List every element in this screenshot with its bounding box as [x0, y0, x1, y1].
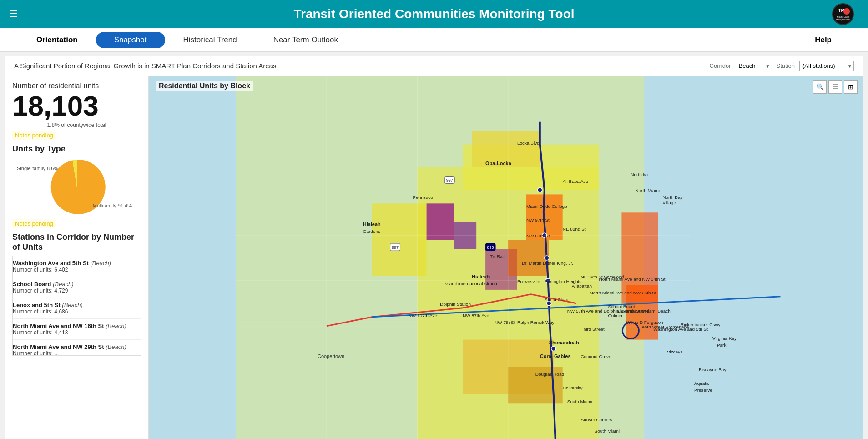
station-list-item: North Miami Ave and NW 16th St (Beach)Nu…	[13, 319, 141, 340]
svg-text:Douglas Road: Douglas Road	[535, 372, 564, 377]
svg-text:Transportation: Transportation	[836, 18, 850, 21]
map-list-button[interactable]: ☰	[828, 80, 842, 94]
multifamily-pie-label: Multifamily 91.4%	[93, 203, 132, 208]
corridor-label: Corridor	[710, 62, 731, 69]
nav-item-snapshot[interactable]: Snapshot	[96, 32, 165, 48]
svg-text:997: 997	[392, 245, 399, 250]
stations-heading: Stations in Corridor by Number of Units	[12, 232, 141, 252]
map-toolbar: 🔍 ☰ ⊞	[813, 80, 858, 94]
svg-text:Vizcaya: Vizcaya	[667, 349, 683, 354]
svg-text:University: University	[563, 385, 583, 390]
svg-text:Miami Dade College: Miami Dade College	[526, 204, 567, 209]
station-units: Number of units: 4,686	[13, 308, 141, 315]
svg-text:Ralph Renick Way: Ralph Renick Way	[517, 320, 555, 325]
station-name: North Miami Ave and NW 16th St (Beach)	[13, 323, 141, 329]
nav-item-near-term-outlook[interactable]: Near Term Outlook	[255, 32, 356, 48]
notes-pending-badge-2: Notes pending	[12, 219, 56, 228]
svg-text:Biscayne Bay: Biscayne Bay	[699, 367, 726, 372]
svg-text:North Miami: North Miami	[635, 188, 660, 193]
svg-text:Opa-Locka: Opa-Locka	[485, 161, 512, 166]
svg-text:Eleventh Street: Eleventh Street	[617, 308, 648, 313]
svg-text:Miami International Airport: Miami International Airport	[444, 281, 497, 286]
station-list-item: School Board (Beach)Number of units: 4,7…	[13, 277, 141, 298]
station-select[interactable]: (All stations)	[799, 61, 854, 71]
logo: TPO Miami-Dade Transportation	[827, 3, 859, 25]
station-list-item: Lenox and 5th St (Beach)Number of units:…	[13, 298, 141, 319]
svg-text:Third Street: Third Street	[581, 327, 605, 332]
svg-text:Culmer: Culmer	[608, 313, 623, 318]
station-list-item: North Miami Ave and NW 29th St (Beach)Nu…	[13, 340, 141, 356]
map-grid-button[interactable]: ⊞	[844, 80, 858, 94]
svg-text:Washington Ave and 5th St: Washington Ave and 5th St	[653, 327, 708, 332]
svg-point-20	[538, 187, 542, 192]
svg-text:Dolphin Station: Dolphin Station	[440, 302, 471, 307]
station-name: North Miami Ave and NW 29th St (Beach)	[13, 343, 141, 350]
map-title: Residential Units by Block	[156, 81, 253, 91]
station-name: Lenox and 5th St (Beach)	[13, 302, 141, 308]
nav-item-orientation[interactable]: Orientation	[18, 32, 96, 48]
svg-text:Virginia Key: Virginia Key	[712, 336, 737, 341]
nav-item-historical-trend[interactable]: Historical Trend	[165, 32, 255, 48]
station-list-container[interactable]: Washington Ave and 5th St (Beach)Number …	[12, 256, 141, 356]
station-label: Station	[777, 62, 795, 69]
svg-text:NW 87th Ave: NW 87th Ave	[463, 313, 489, 318]
subtitle-bar: A Significant Portion of Regional Growth…	[5, 56, 863, 76]
station-corridor: (Beach)	[62, 302, 83, 308]
search-icon: 🔍	[816, 83, 824, 91]
svg-text:NW 7th St: NW 7th St	[495, 320, 515, 325]
station-units: Number of units: 6,402	[13, 267, 141, 273]
svg-text:826: 826	[487, 245, 494, 250]
svg-text:Rickenbacker Cswy: Rickenbacker Cswy	[681, 322, 721, 327]
svg-text:Coconut Grove: Coconut Grove	[581, 354, 612, 359]
station-corridor: (Beach)	[90, 260, 111, 267]
svg-text:Hialeah: Hialeah	[472, 274, 490, 279]
svg-text:Gardens: Gardens	[363, 229, 380, 234]
station-units: Number of units: 4,729	[13, 288, 141, 294]
corridor-station-selectors: Corridor Beach ▼ Station (All stations) …	[710, 61, 854, 71]
station-list: Washington Ave and 5th St (Beach)Number …	[13, 256, 141, 356]
app-title: Transit Oriented Communities Monitoring …	[293, 7, 574, 21]
svg-text:Preserve: Preserve	[694, 388, 712, 393]
svg-text:Pennsuco: Pennsuco	[413, 195, 433, 200]
svg-text:Village: Village	[662, 200, 676, 205]
units-percent: 1.8% of countywide total	[12, 122, 141, 128]
svg-text:Shenandoah: Shenandoah	[549, 340, 579, 345]
svg-point-22	[545, 256, 549, 260]
svg-point-0	[833, 4, 853, 24]
list-icon: ☰	[833, 83, 838, 91]
menu-icon[interactable]: ☰	[9, 8, 18, 20]
svg-text:NW 107th Ave: NW 107th Ave	[409, 313, 438, 318]
svg-text:Tri-Rail: Tri-Rail	[490, 254, 505, 259]
station-dropdown-wrap: (All stations) ▼	[799, 61, 854, 71]
logo-circle: TPO Miami-Dade Transportation	[832, 3, 854, 25]
single-family-pie-label: Single-family 8.6%	[17, 166, 58, 171]
units-count: 18,103	[12, 92, 141, 120]
station-name: Washington Ave and 5th St (Beach)	[13, 260, 141, 267]
svg-text:NE 82nd St: NE 82nd St	[563, 227, 586, 232]
svg-text:South Miami: South Miami	[595, 429, 620, 434]
units-by-type-heading: Units by Type	[12, 144, 141, 154]
notes-pending-badge-1: Notes pending	[12, 131, 56, 140]
main-content: Number of residential units 18,103 1.8% …	[5, 76, 863, 439]
svg-text:Santa Clara: Santa Clara	[545, 297, 569, 302]
corridor-select[interactable]: Beach	[736, 61, 772, 71]
svg-point-25	[551, 347, 556, 351]
station-units: Number of units: 4,413	[13, 329, 141, 336]
units-label: Number of residential units	[12, 82, 141, 90]
corridor-dropdown-wrap: Beach ▼	[736, 61, 772, 71]
map-search-button[interactable]: 🔍	[813, 80, 827, 94]
station-corridor: (Beach)	[106, 343, 126, 350]
svg-rect-10	[426, 203, 454, 240]
pie-chart-container: Single-family 8.6% Multifamily 91.4%	[12, 157, 141, 217]
svg-text:Park: Park	[717, 343, 727, 348]
map-area[interactable]: Residential Units by Block 🔍 ☰ ⊞	[149, 76, 863, 439]
svg-point-2	[843, 8, 850, 15]
svg-text:NW 83rd St: NW 83rd St	[526, 233, 550, 238]
station-units: Number of units: ...	[13, 350, 141, 356]
station-corridor: (Beach)	[106, 323, 126, 329]
map-svg: Opa-Locka Ali Baba Ave Hialeah Gardens P…	[149, 76, 863, 439]
svg-text:Brownsville: Brownsville	[517, 279, 540, 284]
nav-item-help[interactable]: Help	[797, 32, 850, 48]
svg-rect-14	[508, 240, 549, 276]
svg-text:997: 997	[446, 178, 453, 182]
